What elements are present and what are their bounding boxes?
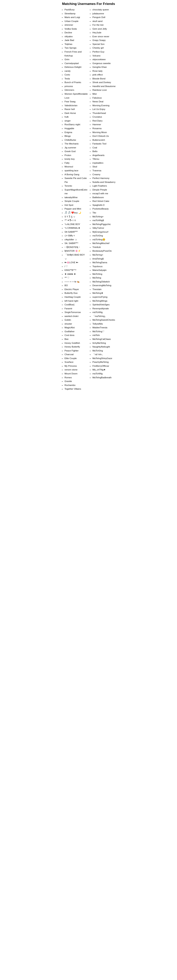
list-item: ˣs CRIMINAL★ (64, 226, 88, 230)
list-item: My Princess (64, 364, 88, 368)
list-item: MaTeIngBadbreath (92, 376, 116, 380)
list-item: Huggable (64, 127, 88, 130)
list-item: ★ ᴅɴʙɴ ★ (64, 272, 88, 276)
list-item: escap3 with me (92, 192, 116, 196)
list-item: Rerempolitynale (92, 307, 116, 311)
list-item: Goblin (64, 318, 88, 322)
list-item: Carmelpoptart (64, 62, 88, 65)
list-item: Perfect Guy (92, 50, 116, 54)
list-item: Handful and Beautome (92, 84, 116, 88)
list-item: Proton (64, 153, 88, 158)
list-item: Don't Disturb Us (92, 134, 116, 138)
list-item: maTch3ng (92, 234, 116, 238)
list-item: Hammer (92, 123, 116, 127)
list-item: 「SHƦK」᪶BAD BOY ッ (64, 253, 88, 261)
list-item: ˢᵐ ✦❣•☆✫ (64, 218, 88, 223)
list-item: Fear Swag (64, 100, 88, 104)
list-item: HeyJude (92, 31, 116, 35)
list-item: Granite (64, 379, 88, 383)
list-item: ˣs ALONE BOY (64, 223, 88, 226)
list-item: maTchINg$ (92, 218, 116, 223)
list-item: Mist (92, 92, 116, 96)
list-item: Vodka Soda (64, 27, 88, 31)
list-item: mäTchINg (92, 310, 116, 314)
list-item: French Fries and Ketchup (64, 50, 88, 57)
list-item: Bloode Bond (92, 77, 116, 81)
list-item: Rose lady (92, 69, 116, 73)
list-item: vittyalex (64, 35, 88, 38)
list-item: For the lolz (92, 23, 116, 27)
list-item: Perfect Harmony (92, 177, 116, 180)
list-item: Grim (64, 57, 88, 62)
list-item: MaTeIng (92, 276, 116, 280)
list-item: MaTeIngCatClaws (92, 337, 116, 341)
list-item: mäTcHing😊 (92, 238, 116, 242)
list-item: Peace Fighter (64, 349, 88, 353)
list-item: KINGᵒʳBᵃʳˢʸ (64, 268, 88, 272)
list-item: candy (64, 69, 88, 73)
list-item: supermoFIying (92, 295, 116, 299)
list-item: Dark Horse (64, 111, 88, 115)
list-item: MaTchIng (92, 272, 116, 276)
list-item: Nutella and Strawberry (92, 180, 116, 184)
list-item: Delicious Delight (64, 65, 88, 69)
list-item: lonely boy (64, 157, 88, 161)
list-item: Tolphas (64, 42, 88, 46)
list-item: Godfather (64, 330, 88, 334)
list-item: Moonsul (64, 165, 88, 169)
list-item: SuperMagnificentExtreme (64, 188, 88, 196)
list-item: Enigma (64, 130, 88, 134)
list-item: BeobeautyPoseOic (92, 249, 116, 253)
list-item: irsjobalibro (92, 161, 116, 165)
list-item: Elite Couple (64, 356, 88, 360)
list-item: SpiritedXetc0ges (92, 303, 116, 307)
list-item: Sʀ. SABIR⁸⁰ˢ (64, 242, 88, 245)
list-item: princess (64, 84, 88, 88)
list-item: Traversa (92, 169, 116, 173)
list-item: Together Villains (64, 387, 88, 391)
list-item: PeachyMaTeIng (92, 360, 116, 364)
list-item: Penguin Doll (92, 16, 116, 19)
list-item: Charcoal (64, 353, 88, 356)
list-item: Simple Couple (64, 199, 88, 203)
list-item: DeservingMaTeIng (92, 283, 116, 288)
list-item: Tifersu (92, 157, 116, 161)
list-item: ChilleBurke (64, 138, 88, 142)
list-item: MaTeIngPiggychic (92, 223, 116, 226)
list-item: 「maTeIring」 (92, 314, 116, 318)
list-item: Mount Doom (64, 372, 88, 376)
list-item: MaTch3ng (92, 349, 116, 353)
list-item: Greek God (64, 150, 88, 153)
list-item: Bunch of Pranks (64, 81, 88, 84)
list-item: Red Dairy (92, 119, 116, 123)
list-item: ◇⌗ Bɪffy ⌗ (64, 234, 88, 238)
list-item: venom stone (64, 368, 88, 372)
list-item: Jig summer (64, 146, 88, 150)
list-item: ƦNISTOR 🌸⚡ (64, 249, 88, 253)
list-item: Racer hell (64, 107, 88, 111)
list-item: ˢᵐ ♡ (64, 276, 88, 280)
list-item: Faramir (64, 307, 88, 311)
list-item: wanted chokri (64, 314, 88, 318)
list-item: Fantastic Tool (92, 142, 116, 146)
list-item: 🎵 🎵 ❤️boy 🌙 (64, 211, 88, 215)
list-item: MaTeIngMischief (92, 242, 116, 245)
list-item: Fabulous (92, 96, 116, 100)
list-item: êmäTeIng$ (92, 257, 116, 261)
list-item: NaughtyAtebught (92, 345, 116, 349)
list-item: Topclexus (92, 265, 116, 269)
list-item: Jade Bad (64, 38, 88, 42)
list-item: Tinestain (92, 288, 116, 291)
list-item: pink effect (92, 73, 116, 77)
list-item: takeabyWine (64, 196, 88, 199)
list-item: Let Us Enjoy (92, 107, 116, 111)
list-item: Creamy (92, 173, 116, 177)
page-title: Matching Usernames For Friends (61, 2, 116, 6)
list-item: Butterfly Duo (64, 291, 88, 295)
list-item: Rainbow Love (92, 88, 116, 92)
list-item: Coal (92, 146, 116, 150)
list-item: Hot Spot (64, 203, 88, 207)
list-item: Glimmers (64, 88, 88, 92)
list-item: Scarface (64, 360, 88, 364)
list-item: MaideeTreesia (92, 326, 116, 330)
